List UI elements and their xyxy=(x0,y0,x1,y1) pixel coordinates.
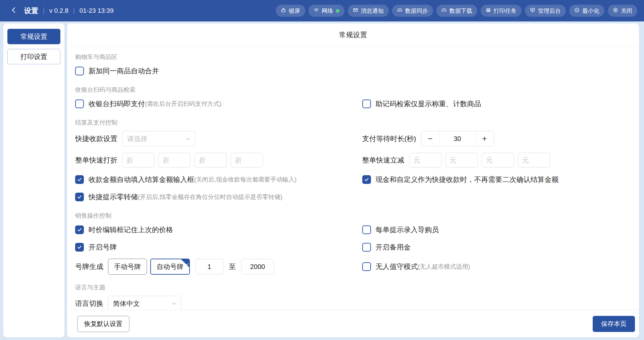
select-placeholder: 请选择 xyxy=(127,134,147,143)
mnemonic-filter-checkbox[interactable] xyxy=(362,99,371,108)
section-scan-label: 收银台扫码与商品检索 xyxy=(75,86,629,94)
check-icon xyxy=(77,245,82,250)
clerk-prompt-label: 每单提示录入导购员 xyxy=(376,225,439,234)
unattended-mode-checkbox[interactable] xyxy=(362,262,371,271)
quick-minus-input-1[interactable] xyxy=(409,153,441,167)
admin-backend-button[interactable]: 管理后台 xyxy=(525,5,566,17)
no-reconfirm-checkbox[interactable] xyxy=(362,175,371,184)
back-button[interactable] xyxy=(8,5,19,16)
page-body: 常规设置 打印设置 常规设置 购物车与商品区 新加同一商品自动合并 收银台扫码与… xyxy=(0,21,644,340)
app-version: v 0.2.8 xyxy=(49,7,68,14)
chevron-down-icon xyxy=(172,300,176,308)
quick-minus-input-2[interactable] xyxy=(445,153,478,167)
autofill-amount-hint: (关闭后,现金收款每次都需要手动输入) xyxy=(194,176,297,184)
scan-to-pay-hint: (需在后台开启扫码支付方式) xyxy=(145,100,221,108)
button-label: 关闭 xyxy=(621,7,632,15)
quick-minus-label: 整单快速立减 xyxy=(362,155,405,165)
divider xyxy=(44,7,44,14)
close-button[interactable]: 关闭 xyxy=(608,5,637,17)
select-value: 简体中文 xyxy=(113,299,140,308)
minimize-icon xyxy=(574,7,580,14)
minimize-button[interactable]: 最小化 xyxy=(569,5,604,17)
wait-time-stepper: − + xyxy=(421,131,494,146)
button-label: 手动号牌 xyxy=(114,262,141,271)
button-label: 管理后台 xyxy=(538,7,561,15)
unattended-mode-label: 无人值守模式 xyxy=(376,262,418,271)
button-label: 锁屏 xyxy=(289,7,300,15)
wait-time-label: 支付等待时长(秒) xyxy=(362,134,416,143)
petty-cash-label: 开启备用金 xyxy=(376,243,411,252)
quick-minus-input-3[interactable] xyxy=(482,153,514,167)
topbar-actions: 锁屏 网络 消息通知 数据同步 数据下载 xyxy=(276,5,637,17)
data-sync-button[interactable]: 数据同步 xyxy=(392,5,433,17)
autofill-amount-checkbox[interactable] xyxy=(75,175,84,184)
data-download-button[interactable]: 数据下载 xyxy=(436,5,477,17)
quick-discount-input-4[interactable] xyxy=(231,153,263,167)
check-icon xyxy=(185,260,189,268)
monitor-icon xyxy=(530,7,535,14)
manual-plate-button[interactable]: 手动号牌 xyxy=(108,259,147,275)
quick-collect-select[interactable]: 请选择 xyxy=(122,131,195,146)
autofill-amount-label: 收款金额自动填入结算金额输入框 xyxy=(89,175,194,184)
chevron-down-icon xyxy=(186,135,190,143)
button-label: 消息通知 xyxy=(361,7,384,15)
quick-discount-input-2[interactable] xyxy=(158,153,191,167)
remember-price-label: 时价编辑框记住上次的价格 xyxy=(89,225,173,234)
no-reconfirm-label: 现金和自定义作为快捷收款时，不再需要二次确认结算金额 xyxy=(376,175,559,184)
lock-icon xyxy=(281,7,286,14)
settings-sidebar: 常规设置 打印设置 xyxy=(3,23,64,337)
remember-price-checkbox[interactable] xyxy=(75,225,84,234)
settings-panel: 常规设置 购物车与商品区 新加同一商品自动合并 收银台扫码与商品检索 xyxy=(67,23,639,337)
online-status-dot xyxy=(336,9,339,13)
petty-cash-checkbox[interactable] xyxy=(362,243,371,252)
language-select[interactable]: 简体中文 xyxy=(108,296,181,310)
check-icon xyxy=(77,177,82,182)
plate-range-from-input[interactable] xyxy=(195,259,223,274)
sidebar-item-label: 常规设置 xyxy=(20,32,47,41)
plate-range-separator: 至 xyxy=(229,262,236,271)
sidebar-item-print-settings[interactable]: 打印设置 xyxy=(7,49,60,64)
zero-transfer-label: 快捷提示零转储 xyxy=(89,192,138,202)
number-plate-checkbox[interactable] xyxy=(75,243,84,252)
close-icon xyxy=(613,7,618,14)
merge-same-item-label: 新加同一商品自动合并 xyxy=(89,66,159,76)
mnemonic-filter-label: 助记码检索仅显示称重、计数商品 xyxy=(376,99,481,109)
settings-content: 购物车与商品区 新加同一商品自动合并 收银台扫码与商品检索 收银台扫码即支付 xyxy=(67,46,639,310)
zero-transfer-hint: (开启后,找零金额存在角位分位时自动提示是否零转储) xyxy=(138,193,282,201)
wifi-icon xyxy=(314,7,319,14)
button-label: 数据下载 xyxy=(449,7,472,15)
plate-range-to-input[interactable] xyxy=(241,259,274,274)
mail-icon xyxy=(353,7,358,14)
check-icon xyxy=(77,194,82,200)
quick-discount-input-1[interactable] xyxy=(122,153,154,167)
zero-transfer-checkbox[interactable] xyxy=(75,193,84,201)
scan-to-pay-label: 收银台扫码即支付 xyxy=(89,99,145,109)
lock-screen-button[interactable]: 锁屏 xyxy=(276,5,305,17)
merge-same-item-checkbox[interactable] xyxy=(75,67,84,75)
panel-title: 常规设置 xyxy=(67,23,639,46)
quick-discount-input-3[interactable] xyxy=(195,153,227,167)
stepper-plus-button[interactable]: + xyxy=(476,131,494,146)
button-label: 自动号牌 xyxy=(157,262,183,271)
quick-minus-input-4[interactable] xyxy=(518,153,550,167)
section-language-label: 语言与主题 xyxy=(75,283,629,291)
save-page-button[interactable]: 保存本页 xyxy=(593,316,635,332)
network-button[interactable]: 网络 xyxy=(309,5,344,17)
plate-gen-label: 号牌生成 xyxy=(75,262,103,271)
check-icon xyxy=(77,227,82,232)
cloud-sync-icon xyxy=(397,7,402,14)
scan-to-pay-checkbox[interactable] xyxy=(75,99,84,108)
sidebar-item-general-settings[interactable]: 常规设置 xyxy=(7,29,60,44)
page-title: 设置 xyxy=(24,6,38,15)
clerk-prompt-checkbox[interactable] xyxy=(362,225,371,234)
reset-defaults-button[interactable]: 恢复默认设置 xyxy=(77,316,129,332)
settings-footer: 恢复默认设置 保存本页 xyxy=(67,310,639,337)
sidebar-item-label: 打印设置 xyxy=(20,52,47,61)
stepper-minus-button[interactable]: − xyxy=(421,131,439,146)
print-tasks-button[interactable]: 打印任务 xyxy=(481,5,522,17)
wait-time-input[interactable] xyxy=(439,131,476,146)
chevron-left-icon xyxy=(10,7,17,15)
notifications-button[interactable]: 消息通知 xyxy=(348,5,389,17)
quick-discount-label: 整单快速打折 xyxy=(75,155,117,165)
auto-plate-button[interactable]: 自动号牌 xyxy=(150,259,190,275)
